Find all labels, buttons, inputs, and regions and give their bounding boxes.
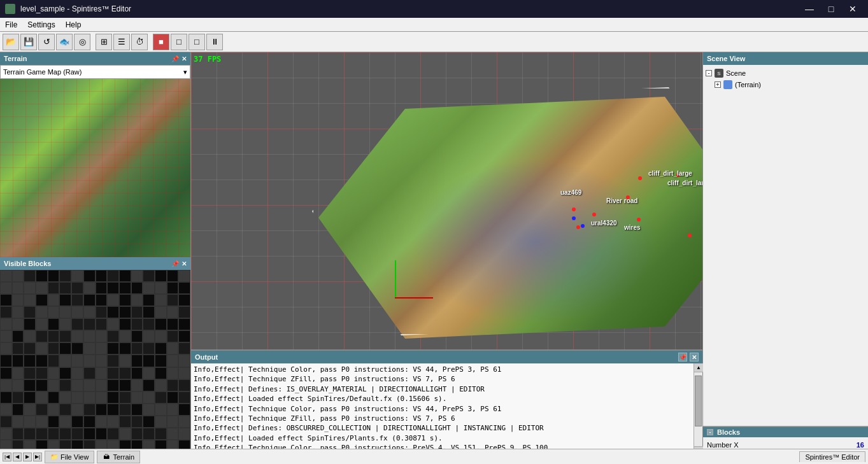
block-cell [59,306,71,318]
block-cell [83,416,96,428]
toolbar-fish[interactable]: 🐟 [56,34,73,50]
terrain-map [0,79,190,257]
toolbar-sq1[interactable]: □ [171,34,187,50]
block-cell [96,355,108,367]
fps-counter: 37 FPS [194,55,221,64]
block-cell [48,318,60,330]
block-cell [178,367,190,379]
block-cell [107,270,119,282]
block-cell [24,282,36,294]
scene-expand[interactable]: - [706,70,712,76]
block-cell [119,330,131,342]
block-cell [155,282,167,294]
block-cell [167,379,179,391]
block-cell [59,428,71,440]
nav-last[interactable]: ▶| [33,453,42,461]
block-cell [0,391,12,404]
block-cell [155,379,167,391]
y-axis [395,260,396,299]
terrain-dropdown-label: Terrain Game Map (Raw) [3,68,82,76]
status-tab-fileview[interactable]: 📁 File View [45,451,94,463]
toolbar-sq2[interactable]: □ [189,34,205,50]
toolbar-stop[interactable]: ■ [153,34,169,50]
app-container: level_sample - Spintires™ Editor — □ ✕ F… [0,0,868,464]
blocks-expand[interactable]: - [707,429,713,435]
toolbar-clock[interactable]: ⏱ [131,34,148,50]
output-line: Info,Effect| Technique Color, pass P0 in… [194,365,691,374]
block-cell [83,318,96,330]
pin-icon[interactable]: 📌 [171,55,179,62]
block-cell [143,404,155,416]
block-cell [131,404,143,416]
block-cell [48,379,60,391]
block-cell [143,342,155,355]
block-cell [36,428,48,440]
editor-tab[interactable]: Spintires™ Editor [799,451,865,462]
block-cell [119,404,131,416]
red-dot-9 [592,213,596,216]
block-cell [167,342,179,355]
block-cell [36,318,48,330]
output-close[interactable]: ✕ [690,353,699,362]
toolbar-grid[interactable]: ⊞ [96,34,112,50]
block-cell [0,342,12,355]
block-cell [143,282,155,294]
block-cell [48,306,60,318]
menu-help[interactable]: Help [60,18,87,31]
block-cell [155,306,167,318]
block-cell [71,404,83,416]
block-cell [59,404,71,416]
toolbar-pause[interactable]: ⏸ [206,34,223,50]
block-cell [155,330,167,342]
vscroll-up[interactable]: ▲ [694,363,703,372]
vb-close-icon[interactable]: ✕ [181,260,187,267]
terrain-tab-label: Terrain [113,453,134,461]
left-panel: Terrain 📌 ✕ Terrain Game Map (Raw) ▾ Vis… [0,52,191,464]
block-cell [155,367,167,379]
block-cell [96,282,108,294]
block-cell [107,294,119,306]
toolbar-open[interactable]: 📂 [3,34,19,50]
block-cell [71,342,83,355]
block-cell [178,306,190,318]
tree-item-scene[interactable]: - S Scene [706,67,865,79]
title-bar-text: level_sample - Spintires™ Editor [20,4,131,13]
block-cell [143,379,155,391]
nav-prev[interactable]: ◀ [13,453,22,461]
status-tab-terrain[interactable]: 🏔 Terrain [97,451,140,463]
menu-file[interactable]: File [0,18,22,31]
toolbar-circle[interactable]: ◎ [74,34,90,50]
toolbar-list[interactable]: ☰ [113,34,130,50]
vb-pin-icon[interactable]: 📌 [171,260,179,267]
block-cell [167,306,179,318]
close-panel-icon[interactable]: ✕ [181,55,187,62]
block-cell [143,270,155,282]
minimize-button[interactable]: — [799,0,820,18]
block-cell [178,282,190,294]
menu-settings[interactable]: Settings [22,18,60,31]
block-cell [36,330,48,342]
output-panel: Output 📌 ✕ Info,Effect| Technique Color,… [191,349,702,464]
block-cell [59,355,71,367]
output-content[interactable]: Info,Effect| Technique Color, pass P0 in… [191,363,702,455]
nav-next[interactable]: ▶ [23,453,32,461]
maximize-button[interactable]: □ [821,0,841,18]
blue-dot-1 [581,224,585,228]
terrain-expand[interactable]: + [715,81,721,88]
block-cell [59,416,71,428]
tree-item-terrain-group[interactable]: + (Terrain) [715,79,865,90]
block-cell [12,294,24,306]
toolbar-save[interactable]: 💾 [20,34,37,50]
nav-first[interactable]: |◀ [3,453,11,461]
block-cell [83,294,96,306]
block-cell [107,355,119,367]
scene-viewport[interactable]: 37 FPS cliff_dirt_large cliff_dirt_large… [191,52,702,349]
output-pin[interactable]: 📌 [678,353,687,362]
output-vscroll[interactable]: ▲ ▼ [694,363,702,455]
terrain-dropdown[interactable]: Terrain Game Map (Raw) ▾ [0,65,190,79]
close-button[interactable]: ✕ [843,0,863,18]
output-title: Output [195,353,218,361]
toolbar-refresh[interactable]: ↺ [38,34,55,50]
output-line: Info,Effect| Defines: OBSCURRED_COLLECTI… [194,423,691,433]
block-cell [83,330,96,342]
